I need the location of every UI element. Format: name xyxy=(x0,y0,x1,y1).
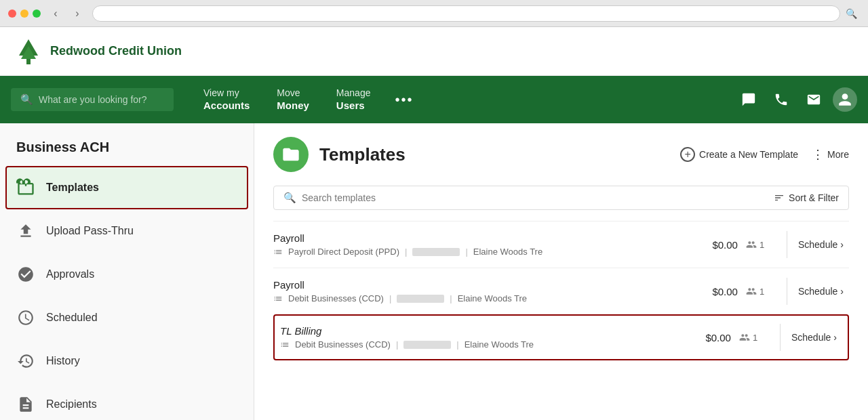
content-area: Templates + Create a New Template ⋮ More… xyxy=(254,123,868,420)
content-header: Templates + Create a New Template ⋮ More xyxy=(273,137,849,172)
create-template-button[interactable]: + Create a New Template xyxy=(680,147,798,162)
app: Redwood Credit Union 🔍 View my Accounts … xyxy=(0,27,868,420)
browser-search-icon: 🔍 xyxy=(846,8,857,19)
sidebar-item-approvals[interactable]: Approvals xyxy=(0,253,254,296)
search-bar[interactable]: 🔍 xyxy=(11,88,174,111)
phone-icon xyxy=(774,92,789,107)
mail-icon xyxy=(806,92,821,107)
search-icon: 🔍 xyxy=(20,93,33,106)
template-row-3: TL Billing Debit Businesses (CCD) | | El… xyxy=(273,314,849,360)
template-amount-2: $0.00 xyxy=(697,286,738,297)
template-info-3: TL Billing Debit Businesses (CCD) | | El… xyxy=(280,325,690,350)
nav-link-users[interactable]: Manage Users xyxy=(323,81,384,118)
sidebar-item-upload[interactable]: Upload Pass-Thru xyxy=(0,209,254,253)
user-icon xyxy=(837,92,852,107)
template-amount-1: $0.00 xyxy=(697,239,738,251)
main: Business ACH Templates Upload Pass-Thru xyxy=(0,123,868,420)
recipients-icon xyxy=(15,394,37,415)
template-info-2: Payroll Debit Businesses (CCD) | | Elain… xyxy=(273,279,697,303)
template-row-1: Payroll Payroll Direct Deposit (PPD) | |… xyxy=(273,221,849,268)
users-icon-3 xyxy=(739,332,750,343)
more-dots-icon: ⋮ xyxy=(812,147,825,162)
sidebar-item-recipients-label: Recipients xyxy=(46,398,97,411)
template-name-2: Payroll xyxy=(273,279,697,291)
scheduled-icon xyxy=(15,307,37,329)
chat-icon xyxy=(741,92,756,107)
template-user-count-1: 1 xyxy=(760,240,764,250)
users-icon-2 xyxy=(746,286,757,297)
create-template-label: Create a New Template xyxy=(699,149,798,160)
sidebar-item-approvals-label: Approvals xyxy=(46,268,94,280)
more-button[interactable]: ⋮ More xyxy=(812,147,849,162)
schedule-button-1[interactable]: Schedule › xyxy=(793,235,849,254)
nav-link-money-bottom: Money xyxy=(277,99,309,112)
template-account-masked-2 xyxy=(397,295,444,303)
list-icon-3 xyxy=(280,340,290,350)
schedule-button-2[interactable]: Schedule › xyxy=(793,282,849,301)
phone-icon-button[interactable] xyxy=(768,86,795,113)
template-owner-3: Elaine Woods Tre xyxy=(465,339,534,350)
header-top: Redwood Credit Union xyxy=(0,27,868,76)
users-icon-1 xyxy=(746,239,757,250)
sidebar-item-templates[interactable]: Templates xyxy=(5,166,248,209)
template-info-1: Payroll Payroll Direct Deposit (PPD) | |… xyxy=(273,232,697,257)
template-user-count-2: 1 xyxy=(760,287,764,297)
template-name-1: Payroll xyxy=(273,232,697,244)
template-meta-1: Payroll Direct Deposit (PPD) | | Elaine … xyxy=(273,247,697,257)
search-templates-icon: 🔍 xyxy=(283,192,296,204)
templates-icon xyxy=(15,177,37,198)
nav-links: View my Accounts Move Money Manage Users… xyxy=(190,81,424,118)
user-avatar[interactable] xyxy=(833,87,857,112)
schedule-button-3[interactable]: Schedule › xyxy=(786,328,842,347)
list-icon xyxy=(273,247,283,257)
search-templates-input[interactable] xyxy=(302,192,768,203)
logo: Redwood Credit Union xyxy=(14,37,182,66)
template-account-masked-3 xyxy=(403,341,451,349)
sort-icon xyxy=(774,192,785,203)
template-name-3: TL Billing xyxy=(280,325,690,337)
sidebar-item-scheduled[interactable]: Scheduled xyxy=(0,296,254,339)
divider-2 xyxy=(787,278,787,305)
sidebar-item-history[interactable]: History xyxy=(0,339,254,383)
template-search-bar[interactable]: 🔍 Sort & Filter xyxy=(273,186,849,210)
plus-icon: + xyxy=(680,147,695,162)
template-meta-2: Debit Businesses (CCD) | | Elaine Woods … xyxy=(273,293,697,303)
nav-more-button[interactable]: ••• xyxy=(384,92,424,108)
search-input[interactable] xyxy=(39,94,161,105)
more-label: More xyxy=(827,149,849,160)
template-account-masked-1 xyxy=(412,248,460,256)
sidebar-item-templates-label: Templates xyxy=(46,182,99,194)
sidebar-item-history-label: History xyxy=(46,355,80,367)
schedule-label-2: Schedule xyxy=(798,286,837,297)
template-amount-3: $0.00 xyxy=(690,332,731,343)
template-users-2: 1 xyxy=(746,286,768,297)
template-row-2: Payroll Debit Businesses (CCD) | | Elain… xyxy=(273,268,849,314)
chat-icon-button[interactable] xyxy=(735,86,762,113)
minimize-button[interactable] xyxy=(20,9,28,18)
schedule-label-3: Schedule xyxy=(791,332,831,343)
nav-icons xyxy=(735,86,857,113)
template-users-3: 1 xyxy=(739,332,761,343)
nav-link-money[interactable]: Move Money xyxy=(263,81,323,118)
sort-filter-button[interactable]: Sort & Filter xyxy=(774,192,839,203)
sidebar-item-scheduled-label: Scheduled xyxy=(46,312,98,324)
mail-icon-button[interactable] xyxy=(800,86,827,113)
maximize-button[interactable] xyxy=(33,9,41,18)
template-type-3: Debit Businesses (CCD) xyxy=(295,339,391,350)
sidebar-item-recipients[interactable]: Recipients xyxy=(0,383,254,420)
close-button[interactable] xyxy=(8,9,16,18)
template-users-1: 1 xyxy=(746,239,768,250)
chevron-right-icon-1: › xyxy=(840,239,844,250)
nav-link-accounts[interactable]: View my Accounts xyxy=(190,81,263,118)
template-owner-2: Elaine Woods Tre xyxy=(458,293,527,303)
back-button[interactable]: ‹ xyxy=(46,6,65,21)
sidebar: Business ACH Templates Upload Pass-Thru xyxy=(0,123,254,420)
template-owner-1: Elaine Woods Tre xyxy=(473,247,542,257)
template-type-1: Payroll Direct Deposit (PPD) xyxy=(288,247,399,257)
history-icon xyxy=(15,350,37,372)
nav-link-money-top: Move xyxy=(277,87,309,99)
template-meta-3: Debit Businesses (CCD) | | Elaine Woods … xyxy=(280,339,690,350)
content-title: Templates xyxy=(319,144,406,165)
address-bar[interactable] xyxy=(92,5,840,22)
forward-button[interactable]: › xyxy=(68,6,87,21)
